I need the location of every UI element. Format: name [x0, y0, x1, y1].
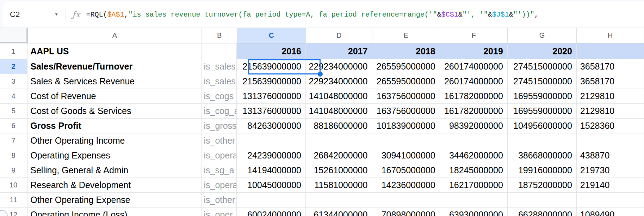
cell-G4[interactable]: 169559000000	[508, 89, 577, 104]
cell-F1[interactable]: 2019	[440, 43, 508, 59]
fill-handle[interactable]	[318, 72, 323, 77]
cell-G2[interactable]: 274515000000	[508, 59, 577, 74]
cell-H1[interactable]	[577, 43, 644, 59]
cell-F4[interactable]: 161782000000	[440, 89, 508, 104]
cell-F5[interactable]: 161782000000	[440, 104, 508, 119]
row-header-3[interactable]: 3	[0, 74, 27, 89]
cell-H2[interactable]: 3658170	[577, 59, 644, 74]
cell-E4[interactable]: 163756000000	[372, 89, 440, 104]
cell-F2[interactable]: 260174000000	[440, 59, 508, 74]
cell-A3[interactable]: Sales & Services Revenue	[27, 74, 202, 89]
cell-G6[interactable]: 104956000000	[508, 119, 577, 133]
column-header-E[interactable]: E	[372, 28, 440, 43]
cell-C11[interactable]	[237, 193, 306, 208]
column-header-H[interactable]: H	[577, 28, 644, 43]
cell-H4[interactable]: 2129810	[577, 89, 644, 104]
cell-G12[interactable]: 66288000000	[508, 208, 577, 216]
cell-G11[interactable]	[508, 193, 577, 208]
cell-B3[interactable]: is_sales	[202, 74, 236, 89]
cell-C10[interactable]: 10045000000	[237, 178, 306, 193]
cell-G3[interactable]: 274515000000	[508, 74, 577, 89]
column-header-G[interactable]: G	[508, 28, 577, 43]
row-header-1[interactable]: 1	[0, 43, 27, 59]
cell-H5[interactable]: 2129810	[577, 104, 644, 119]
cell-B10[interactable]: is_opera	[202, 178, 236, 193]
cell-D6[interactable]: 88186000000	[306, 119, 372, 133]
cell-B6[interactable]: is_gross	[202, 119, 236, 133]
cell-C2[interactable]: 215639000000	[237, 59, 306, 74]
cell-A10[interactable]: Research & Development	[27, 178, 202, 193]
row-header-9[interactable]: 9	[0, 163, 27, 178]
cell-A2[interactable]: Sales/Revenue/Turnover	[27, 59, 202, 74]
cell-G9[interactable]: 19916000000	[508, 163, 577, 178]
cell-A9[interactable]: Selling, General & Admin	[27, 163, 202, 178]
cell-G1[interactable]: 2020	[508, 43, 577, 59]
cell-E6[interactable]: 101839000000	[372, 119, 440, 133]
row-header-10[interactable]: 10	[0, 178, 27, 193]
cell-A4[interactable]: Cost of Revenue	[27, 89, 202, 104]
cell-E5[interactable]: 163756000000	[372, 104, 440, 119]
column-header-C[interactable]: C	[237, 28, 306, 43]
cell-F3[interactable]: 260174000000	[440, 74, 508, 89]
cell-E3[interactable]: 265595000000	[372, 74, 440, 89]
cell-H6[interactable]: 1528360	[577, 119, 644, 133]
cell-B12[interactable]: is_oper	[202, 208, 236, 216]
column-header-D[interactable]: D	[306, 28, 372, 43]
cell-A11[interactable]: Other Operating Expense	[27, 193, 202, 208]
cell-G10[interactable]: 18752000000	[508, 178, 577, 193]
cell-D4[interactable]: 141048000000	[306, 89, 372, 104]
cell-F6[interactable]: 98392000000	[440, 119, 508, 133]
cell-C12[interactable]: 60024000000	[237, 208, 306, 216]
row-header-11[interactable]: 11	[0, 193, 27, 208]
cell-C5[interactable]: 131376000000	[237, 104, 306, 119]
cell-E2[interactable]: 265595000000	[372, 59, 440, 74]
cell-D1[interactable]: 2017	[306, 43, 372, 59]
cell-D7[interactable]	[306, 133, 372, 148]
cell-D8[interactable]: 26842000000	[306, 148, 372, 163]
row-header-5[interactable]: 5	[0, 104, 27, 119]
cell-F7[interactable]	[440, 133, 508, 148]
column-header-A[interactable]: A	[28, 28, 202, 43]
cell-B5[interactable]: is_cog_a	[202, 104, 236, 119]
cell-E7[interactable]	[372, 133, 440, 148]
cell-D12[interactable]: 61344000000	[306, 208, 372, 216]
cell-H9[interactable]: 219730	[577, 163, 644, 178]
cell-A1[interactable]: AAPL US	[27, 43, 202, 59]
cell-H11[interactable]	[577, 193, 644, 208]
cell-A7[interactable]: Other Operating Income	[27, 133, 202, 148]
cell-E8[interactable]: 30941000000	[372, 148, 440, 163]
cell-H10[interactable]: 219140	[577, 178, 644, 193]
cell-G8[interactable]: 38668000000	[508, 148, 577, 163]
cell-D10[interactable]: 11581000000	[306, 178, 372, 193]
cell-H7[interactable]	[577, 133, 644, 148]
cell-F8[interactable]: 34462000000	[440, 148, 508, 163]
name-box[interactable]: C2 ▼	[3, 6, 63, 23]
formula-input[interactable]: =RQL($A$1,"is_sales_revenue_turnover(fa_…	[86, 11, 644, 19]
cell-G5[interactable]: 169559000000	[508, 104, 577, 119]
cell-B7[interactable]: is_other	[202, 133, 236, 148]
cell-H3[interactable]: 3658170	[577, 74, 644, 89]
cell-C7[interactable]	[237, 133, 306, 148]
row-header-2[interactable]: 2	[0, 59, 27, 74]
cell-C6[interactable]: 84263000000	[237, 119, 306, 133]
row-header-8[interactable]: 8	[0, 148, 27, 163]
cell-D9[interactable]: 15261000000	[306, 163, 372, 178]
cell-B8[interactable]: is_opera	[202, 148, 236, 163]
cell-D5[interactable]: 141048000000	[306, 104, 372, 119]
column-header-F[interactable]: F	[440, 28, 508, 43]
cell-A5[interactable]: Cost of Goods & Services	[27, 104, 202, 119]
cell-A6[interactable]: Gross Profit	[27, 119, 202, 133]
cell-A12[interactable]: Operating Income (Loss)	[27, 208, 202, 216]
cell-A8[interactable]: Operating Expenses	[27, 148, 202, 163]
cell-C9[interactable]: 14194000000	[237, 163, 306, 178]
cell-C4[interactable]: 131376000000	[237, 89, 306, 104]
cell-D3[interactable]: 229234000000	[306, 74, 372, 89]
cell-C8[interactable]: 24239000000	[237, 148, 306, 163]
cell-C1[interactable]: 2016	[237, 43, 306, 59]
row-header-7[interactable]: 7	[0, 133, 27, 148]
cell-C3[interactable]: 215639000000	[237, 74, 306, 89]
row-header-6[interactable]: 6	[0, 119, 27, 133]
cell-F9[interactable]: 18245000000	[440, 163, 508, 178]
select-all-corner[interactable]	[0, 28, 28, 43]
cell-G7[interactable]	[508, 133, 577, 148]
